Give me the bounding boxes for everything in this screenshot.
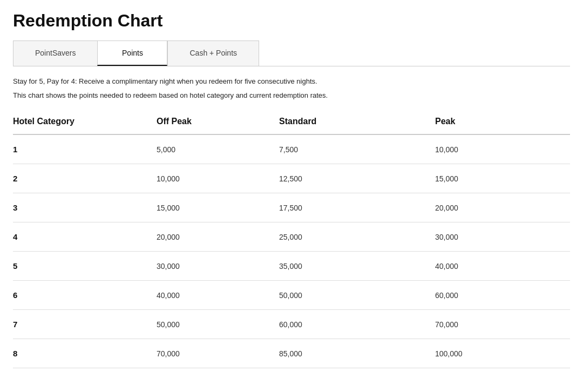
cell-category-8: 8 [13, 339, 152, 368]
cell-standard-7: 60,000 [275, 310, 431, 339]
cell-category-7: 7 [13, 310, 152, 339]
table-row: 870,00085,000100,000 [13, 339, 570, 368]
cell-standard-1: 7,500 [275, 134, 431, 164]
table-row: 750,00060,00070,000 [13, 310, 570, 339]
table-row: 210,00012,50015,000 [13, 164, 570, 193]
cell-offpeak-6: 40,000 [152, 281, 275, 310]
cell-standard-5: 35,000 [275, 252, 431, 281]
cell-category-6: 6 [13, 281, 152, 310]
cell-peak-2: 15,000 [431, 164, 570, 193]
cell-category-2: 2 [13, 164, 152, 193]
cell-standard-2: 12,500 [275, 164, 431, 193]
cell-peak-8: 100,000 [431, 339, 570, 368]
notice-stay5pay4: Stay for 5, Pay for 4: Receive a complim… [13, 76, 570, 87]
page-title: Redemption Chart [13, 11, 570, 31]
cell-peak-1: 10,000 [431, 134, 570, 164]
cell-standard-8: 85,000 [275, 339, 431, 368]
cell-offpeak-1: 5,000 [152, 134, 275, 164]
col-header-category: Hotel Category [13, 111, 152, 134]
table-header-row: Hotel Category Off Peak Standard Peak [13, 111, 570, 134]
table-row: 315,00017,50020,000 [13, 193, 570, 222]
cell-peak-5: 40,000 [431, 252, 570, 281]
table-row: 640,00050,00060,000 [13, 281, 570, 310]
redemption-table: Hotel Category Off Peak Standard Peak 15… [13, 111, 570, 368]
tab-cash-points[interactable]: Cash + Points [167, 40, 259, 66]
col-header-standard: Standard [275, 111, 431, 134]
cell-offpeak-4: 20,000 [152, 222, 275, 252]
tab-points[interactable]: Points [97, 40, 167, 66]
cell-offpeak-2: 10,000 [152, 164, 275, 193]
cell-category-1: 1 [13, 134, 152, 164]
table-row: 15,0007,50010,000 [13, 134, 570, 164]
cell-offpeak-7: 50,000 [152, 310, 275, 339]
cell-offpeak-5: 30,000 [152, 252, 275, 281]
table-row: 420,00025,00030,000 [13, 222, 570, 252]
cell-category-5: 5 [13, 252, 152, 281]
cell-peak-7: 70,000 [431, 310, 570, 339]
cell-standard-3: 17,500 [275, 193, 431, 222]
cell-standard-4: 25,000 [275, 222, 431, 252]
tab-pointsavers[interactable]: PointSavers [13, 40, 97, 66]
cell-standard-6: 50,000 [275, 281, 431, 310]
col-header-offpeak: Off Peak [152, 111, 275, 134]
cell-peak-4: 30,000 [431, 222, 570, 252]
cell-offpeak-3: 15,000 [152, 193, 275, 222]
col-header-peak: Peak [431, 111, 570, 134]
cell-category-4: 4 [13, 222, 152, 252]
cell-peak-6: 60,000 [431, 281, 570, 310]
table-row: 530,00035,00040,000 [13, 252, 570, 281]
tab-bar: PointSavers Points Cash + Points [13, 40, 570, 66]
notice-chart-description: This chart shows the points needed to re… [13, 90, 570, 101]
cell-peak-3: 20,000 [431, 193, 570, 222]
cell-offpeak-8: 70,000 [152, 339, 275, 368]
cell-category-3: 3 [13, 193, 152, 222]
